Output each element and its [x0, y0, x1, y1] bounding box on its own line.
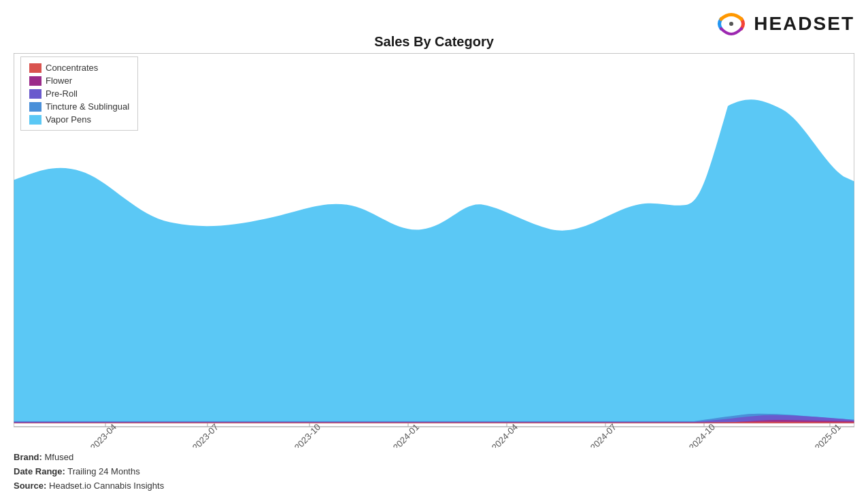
chart-legend: Concentrates Flower Pre-Roll Tincture & …	[20, 56, 138, 131]
footer-date-range: Date Range: Trailing 24 Months	[14, 465, 854, 479]
legend-label-flower: Flower	[46, 76, 72, 86]
source-value: Headset.io Cannabis Insights	[49, 481, 164, 491]
date-range-label: Date Range:	[14, 466, 65, 476]
source-label: Source:	[14, 481, 46, 491]
legend-swatch-flower	[29, 76, 41, 86]
legend-item-flower: Flower	[29, 76, 129, 86]
legend-label-tincture: Tincture & Sublingual	[46, 101, 129, 112]
legend-item-concentrates: Concentrates	[29, 63, 129, 73]
footer-brand: Brand: Mfused	[14, 451, 854, 465]
logo-container: HEADSET	[714, 7, 854, 41]
footer-info: Brand: Mfused Date Range: Trailing 24 Mo…	[0, 448, 868, 493]
legend-item-tincture: Tincture & Sublingual	[29, 101, 129, 112]
legend-item-preroll: Pre-Roll	[29, 88, 129, 99]
logo-text: HEADSET	[754, 13, 854, 35]
legend-swatch-tincture	[29, 102, 41, 112]
legend-label-vaporpens: Vapor Pens	[46, 114, 91, 125]
svg-point-1	[729, 22, 733, 26]
logo-icon	[714, 7, 748, 41]
chart-svg: 2023-04 2023-07 2023-10 2024-01 2024-04 …	[14, 53, 854, 448]
chart-wrapper: Concentrates Flower Pre-Roll Tincture & …	[14, 53, 854, 448]
legend-swatch-preroll	[29, 89, 41, 99]
legend-label-concentrates: Concentrates	[46, 63, 98, 73]
page-container: HEADSET Sales By Category Concentrates F…	[0, 0, 868, 503]
date-range-value: Trailing 24 Months	[67, 466, 139, 476]
footer-source: Source: Headset.io Cannabis Insights	[14, 479, 854, 493]
legend-item-vaporpens: Vapor Pens	[29, 114, 129, 125]
brand-value: Mfused	[45, 452, 74, 462]
brand-label: Brand:	[14, 452, 42, 462]
legend-swatch-vaporpens	[29, 115, 41, 125]
legend-swatch-concentrates	[29, 63, 41, 73]
legend-label-preroll: Pre-Roll	[46, 88, 78, 99]
